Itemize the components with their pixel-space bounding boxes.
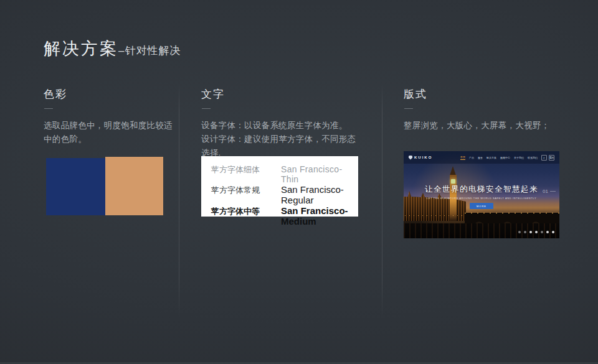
section-color: 色彩 选取品牌色中，明度饱和度比较适中的色阶。 (44, 87, 173, 146)
heading-dash (404, 108, 413, 109)
site-nav-item: 首页 (460, 156, 465, 160)
typography-heading: 文字 (201, 87, 361, 101)
layout-description: 整屏浏览，大版心，大屏幕，大视野； (404, 119, 559, 133)
site-nav-item: 新闻中心 (500, 156, 510, 159)
font-name-cn: 苹方字体中等 (211, 206, 281, 217)
font-name-en: San Francisco-Medium (281, 205, 348, 226)
title-sub: –针对性解决 (118, 45, 181, 57)
big-ben-clock-face (451, 179, 455, 184)
font-name-en: San Francisco-Regular (281, 184, 348, 205)
heading-dash (202, 108, 211, 109)
site-headline: 让全世界的电梯安全智慧起来 (404, 184, 559, 195)
social-icon (546, 231, 549, 233)
layout-heading: 版式 (404, 87, 559, 101)
site-nav-item: 关于我们 (514, 156, 524, 159)
site-nav-item: 产品 (469, 156, 474, 159)
page-title: 解决方案–针对性解决 (44, 37, 181, 60)
site-logo-text: KUIKO (414, 156, 432, 159)
section-layout: 版式 整屏浏览，大版心，大屏幕，大视野； KUIKO 首页 产品 服务 (404, 87, 559, 133)
section-typography: 文字 设备字体：以设备系统原生字体为准。 设计字体：建议使用苹方字体，不同形态选… (201, 87, 361, 160)
site-social-icons (518, 231, 554, 233)
site-hero: 让全世界的电梯安全智慧起来 LET THE ELEVATORS AROUND T… (404, 184, 559, 209)
social-icon (518, 231, 521, 233)
website-screenshot: KUIKO 首页 产品 服务 解决方案 新闻中心 关于我们 联系我们 ⌕ En … (404, 151, 559, 238)
heading-dash (44, 108, 53, 109)
site-nav-tools: ⌕ En (541, 155, 554, 161)
font-row-regular: 苹方字体常规 San Francisco-Regular (211, 184, 348, 205)
site-subheadline: LET THE ELEVATORS AROUND THE WORLD SAFEL… (404, 197, 559, 200)
social-icon (552, 231, 554, 233)
swatch-brand-blue (46, 158, 105, 215)
font-row-medium: 苹方字体中等 San Francisco-Medium (211, 205, 348, 226)
big-ben-spire (450, 166, 456, 175)
font-name-cn: 苹方字体细体 (211, 164, 281, 175)
site-more-button: MORE (470, 203, 493, 209)
social-icon (524, 231, 526, 233)
swatch-brand-tan (105, 157, 163, 215)
color-description: 选取品牌色中，明度饱和度比较适中的色阶。 (44, 119, 173, 146)
column-divider-1 (179, 83, 179, 320)
site-logo: KUIKO (409, 156, 432, 160)
font-row-thin: 苹方字体细体 San Francisco-Thin (211, 164, 348, 184)
font-name-en: San Francisco-Thin (281, 164, 348, 184)
site-navbar: KUIKO 首页 产品 服务 解决方案 新闻中心 关于我们 联系我们 ⌕ En (404, 151, 559, 164)
language-toggle: En (549, 155, 554, 161)
social-icon (529, 231, 532, 233)
page-number: 01 (543, 189, 548, 194)
social-icon (541, 231, 543, 233)
color-swatches (46, 157, 163, 215)
site-nav-item: 解决方案 (486, 156, 496, 159)
color-heading: 色彩 (44, 87, 173, 101)
social-icon (535, 231, 538, 233)
site-nav-item: 联系我们 (528, 156, 538, 159)
search-icon: ⌕ (541, 155, 547, 161)
font-name-cn: 苹方字体常规 (211, 185, 281, 196)
column-divider-2 (382, 83, 382, 320)
font-sample-card: 苹方字体细体 San Francisco-Thin 苹方字体常规 San Fra… (201, 156, 358, 217)
site-nav-item: 服务 (478, 156, 483, 159)
shield-icon (409, 156, 412, 160)
site-nav-items: 首页 产品 服务 解决方案 新闻中心 关于我们 联系我们 (460, 156, 538, 160)
presentation-slide: 解决方案–针对性解决 色彩 选取品牌色中，明度饱和度比较适中的色阶。 文字 设备… (0, 0, 598, 364)
pager-line (550, 191, 556, 192)
site-page-indicator: 01 (543, 189, 556, 194)
typography-line-1: 设备字体：以设备系统原生字体为准。 (201, 119, 361, 133)
title-main: 解决方案 (44, 39, 118, 58)
